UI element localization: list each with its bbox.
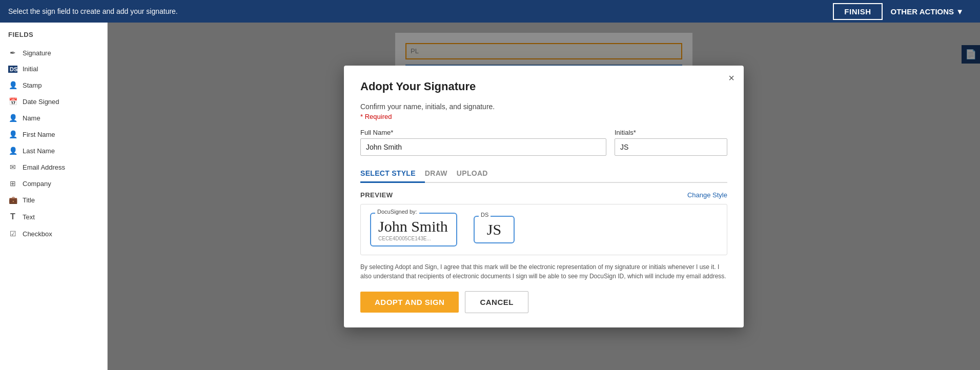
sidebar-item-label: Stamp <box>23 81 42 89</box>
initials-label: Initials* <box>615 129 727 136</box>
person-icon: 👤 <box>8 130 17 138</box>
modal-overlay: × Adopt Your Signature Confirm your name… <box>108 23 980 370</box>
sidebar-item-label: Name <box>23 114 40 122</box>
preview-label: PREVIEW <box>360 191 393 199</box>
adopt-signature-modal: × Adopt Your Signature Confirm your name… <box>344 66 744 327</box>
sidebar-item-label: Email Address <box>23 163 65 171</box>
docusigned-label: DocuSigned by: <box>375 209 419 215</box>
initials-preview-block: DS JS <box>474 216 515 243</box>
full-name-label: Full Name* <box>360 129 606 136</box>
sidebar-item-label: Title <box>23 196 35 204</box>
tab-select-style[interactable]: SELECT STYLE <box>360 165 425 183</box>
initials-display: JS <box>487 221 501 238</box>
stamp-icon: 👤 <box>8 81 17 89</box>
main-layout: FIELDS ✒ Signature DS Initial 👤 Stamp 📅 … <box>0 23 980 370</box>
initials-group: Initials* <box>615 129 727 156</box>
title-icon: 💼 <box>8 196 17 204</box>
preview-header: PREVIEW Change Style <box>360 191 727 199</box>
modal-title: Adopt Your Signature <box>360 80 727 93</box>
signature-hash: CECE4D005CE143E... <box>378 236 449 241</box>
modal-tabs: SELECT STYLE DRAW UPLOAD <box>360 165 727 183</box>
sidebar-item-first-name[interactable]: 👤 First Name <box>0 126 107 142</box>
sidebar-item-title[interactable]: 💼 Title <box>0 192 107 208</box>
top-bar-actions: FINISH OTHER ACTIONS ▼ <box>833 3 972 20</box>
modal-close-button[interactable]: × <box>728 73 734 83</box>
sidebar-item-checkbox[interactable]: ☑ Checkbox <box>0 225 107 242</box>
preview-box: DocuSigned by: John Smith CECE4D005CE143… <box>360 204 727 255</box>
change-style-link[interactable]: Change Style <box>687 191 727 199</box>
sidebar-item-stamp[interactable]: 👤 Stamp <box>0 77 107 93</box>
finish-button[interactable]: FINISH <box>833 3 882 20</box>
sidebar-item-label: Last Name <box>23 147 55 155</box>
sidebar-item-label: Initial <box>23 65 38 73</box>
sidebar-item-label: First Name <box>23 131 55 138</box>
modal-subtitle: Confirm your name, initials, and signatu… <box>360 102 727 111</box>
tab-draw[interactable]: DRAW <box>425 165 457 183</box>
sidebar-item-email[interactable]: ✉ Email Address <box>0 159 107 175</box>
other-actions-button[interactable]: OTHER ACTIONS ▼ <box>883 4 972 19</box>
top-bar-message: Select the sign field to create and add … <box>8 7 178 15</box>
company-icon: ⊞ <box>8 179 17 188</box>
person-icon: 👤 <box>8 147 17 155</box>
text-icon: T <box>8 212 17 221</box>
signature-name-display: John Smith <box>378 218 449 235</box>
sidebar-item-label: Signature <box>23 49 51 57</box>
signature-preview-block: DocuSigned by: John Smith CECE4D005CE143… <box>370 213 457 246</box>
full-name-input[interactable] <box>360 138 606 156</box>
modal-fields-row: Full Name* Initials* <box>360 129 727 156</box>
modal-actions: ADOPT AND SIGN CANCEL <box>360 291 727 313</box>
sidebar-item-label: Date Signed <box>23 98 59 106</box>
modal-agreement-text: By selecting Adopt and Sign, I agree tha… <box>360 262 727 281</box>
full-name-group: Full Name* <box>360 129 606 156</box>
initials-block-label: DS <box>479 212 491 218</box>
top-bar: Select the sign field to create and add … <box>0 0 980 23</box>
chevron-down-icon: ▼ <box>956 7 964 16</box>
modal-required: * Required <box>360 113 727 120</box>
sidebar-item-last-name[interactable]: 👤 Last Name <box>0 142 107 159</box>
sidebar-item-company[interactable]: ⊞ Company <box>0 175 107 192</box>
calendar-icon: 📅 <box>8 97 17 106</box>
sidebar-title: FIELDS <box>0 31 107 45</box>
cancel-button[interactable]: CANCEL <box>465 291 528 313</box>
sidebar-item-label: Text <box>23 213 35 221</box>
email-icon: ✉ <box>8 163 17 171</box>
sidebar-item-label: Checkbox <box>23 230 52 238</box>
person-icon: 👤 <box>8 114 17 122</box>
sidebar: FIELDS ✒ Signature DS Initial 👤 Stamp 📅 … <box>0 23 108 370</box>
sidebar-item-text[interactable]: T Text <box>0 208 107 225</box>
adopt-and-sign-button[interactable]: ADOPT AND SIGN <box>360 292 459 313</box>
tab-upload[interactable]: UPLOAD <box>457 165 497 183</box>
document-area: PL E A DocuSign E CONFIDENTIAL 📄 × Adopt… <box>108 23 980 370</box>
checkbox-icon: ☑ <box>8 230 17 238</box>
sidebar-item-initial[interactable]: DS Initial <box>0 61 107 77</box>
sidebar-item-label: Company <box>23 180 51 188</box>
sidebar-item-name[interactable]: 👤 Name <box>0 110 107 126</box>
signature-icon: ✒ <box>8 49 17 57</box>
initial-icon: DS <box>8 66 17 73</box>
sidebar-item-date-signed[interactable]: 📅 Date Signed <box>0 93 107 110</box>
initials-input[interactable] <box>615 138 727 156</box>
sidebar-item-signature[interactable]: ✒ Signature <box>0 45 107 61</box>
